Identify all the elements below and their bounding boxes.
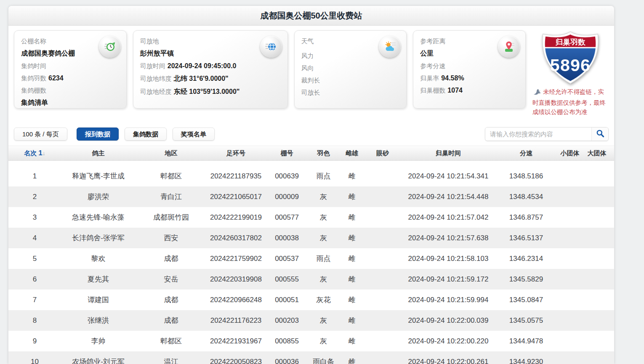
release-place-label: 司放地 bbox=[140, 37, 281, 45]
search-icon bbox=[596, 129, 604, 139]
cell-owner: 释迦飞鹰-李世成 bbox=[61, 171, 136, 181]
cell-rank: 7 bbox=[8, 296, 61, 304]
collect-list-link[interactable]: 集鸽清单 bbox=[21, 98, 120, 107]
cell-return-time: 2024-09-24 10:21:57.042 bbox=[400, 213, 497, 222]
cell-feather-color: 灰 bbox=[309, 233, 338, 243]
collect-count-value: 6234 bbox=[48, 74, 64, 82]
globe-icon bbox=[260, 36, 282, 58]
page-title: 成都国奥公棚50公里收费站 bbox=[8, 6, 614, 26]
cell-region: 郫都区 bbox=[136, 171, 207, 181]
cell-rank: 8 bbox=[8, 316, 61, 325]
cell-region: 安岳 bbox=[136, 274, 207, 284]
cell-loft-number: 000537 bbox=[265, 255, 309, 263]
wind-dir-label: 风向 bbox=[301, 64, 400, 72]
cell-return-time: 2024-09-24 10:21:59.172 bbox=[400, 275, 497, 284]
cell-rank: 6 bbox=[8, 275, 61, 284]
table-row: 8张继洪成都2024221176223000203灰雌2024-09-24 10… bbox=[8, 310, 614, 331]
collect-count-line: 集鸽羽数6234 bbox=[21, 74, 120, 82]
cell-ring-number: 2024220966248 bbox=[207, 296, 265, 304]
table-row: 1释迦飞鹰-李世成郫都区2024221187935000639雨点雌2024-0… bbox=[8, 166, 614, 186]
cell-ring-number: 2024221065017 bbox=[207, 193, 265, 201]
cell-region: 成都 bbox=[136, 254, 207, 263]
cell-loft-number: 000009 bbox=[265, 193, 309, 201]
cell-feather-color: 灰 bbox=[309, 274, 338, 284]
cell-rank: 3 bbox=[8, 213, 61, 222]
search-input[interactable] bbox=[485, 128, 591, 141]
return-lofts-line: 归巢棚数1074 bbox=[420, 87, 519, 95]
cell-loft-number: 000038 bbox=[265, 234, 309, 242]
cell-speed: 1344.9230 bbox=[497, 358, 556, 364]
release-lat-value: 北纬 31°6'9.0000" bbox=[174, 75, 229, 82]
cell-speed: 1345.0847 bbox=[497, 296, 556, 304]
cell-region: 成都 bbox=[136, 316, 207, 325]
release-lng-value: 东经 103°59'13.0000" bbox=[174, 88, 240, 95]
cell-loft-number: 000855 bbox=[265, 337, 309, 345]
column-header-big-team: 大团体 bbox=[584, 149, 609, 157]
column-header-feather-color: 羽色 bbox=[309, 149, 338, 157]
return-rate-value: 94.58% bbox=[441, 74, 464, 82]
cell-rank: 5 bbox=[8, 255, 61, 263]
cell-sex: 雌 bbox=[338, 254, 365, 263]
cell-region: 温江 bbox=[136, 357, 207, 364]
cell-ring-number: 2024220050823 bbox=[207, 358, 265, 364]
search-button[interactable] bbox=[591, 128, 608, 141]
collect-time-label: 集鸽时间 bbox=[21, 62, 120, 70]
cell-feather-color: 雨白条 bbox=[309, 357, 338, 364]
column-header-eye: 眼砂 bbox=[365, 149, 400, 157]
release-lat-line: 司放地纬度北纬 31°6'9.0000" bbox=[140, 74, 281, 83]
release-place-value: 彭州敖平镇 bbox=[140, 49, 281, 58]
page-size-button[interactable]: 100 条 / 每页 bbox=[14, 128, 67, 141]
column-header-region: 地区 bbox=[136, 149, 207, 157]
tab-report-data[interactable]: 报到数据 bbox=[77, 128, 119, 141]
column-header-owner: 鸽主 bbox=[61, 149, 136, 157]
cell-loft-number: 000203 bbox=[265, 316, 309, 325]
weather-icon bbox=[379, 36, 401, 58]
table-row: 4长沣鸽舍-张学军西安2024260317802000038灰雌2024-09-… bbox=[8, 228, 614, 248]
return-count-badge-area: 归巢羽数 5896 未经允许不得盗链，实时直播数据仅供参考，最终成绩以公棚公布为… bbox=[532, 30, 609, 117]
cell-speed: 1344.9478 bbox=[497, 337, 556, 345]
disclaimer-text: 未经允许不得盗链，实时直播数据仅供参考，最终成绩以公棚公布为准 bbox=[532, 88, 608, 117]
cell-ring-number: 2024221759902 bbox=[207, 255, 265, 263]
cell-rank: 1 bbox=[8, 172, 61, 181]
return-rate-line: 归巢率94.58% bbox=[420, 74, 519, 82]
cell-rank: 9 bbox=[8, 337, 61, 345]
cell-region: 郫都区 bbox=[136, 336, 207, 346]
release-card: 司放地 彭州敖平镇 司放时间2024-09-24 09:45:00.0 司放地纬… bbox=[133, 30, 288, 109]
cell-rank: 4 bbox=[8, 234, 61, 242]
cell-feather-color: 雨点 bbox=[309, 254, 338, 263]
weather-card: 天气 风力 风向 裁判长 司放长 bbox=[294, 30, 407, 109]
toolbar: 100 条 / 每页 报到数据 集鸽数据 奖项名单 bbox=[14, 127, 609, 141]
cell-region: 青白江 bbox=[136, 192, 207, 202]
cell-return-time: 2024-09-24 10:21:54.341 bbox=[400, 172, 497, 181]
cell-sex: 雌 bbox=[338, 171, 365, 181]
cell-owner: 张继洪 bbox=[61, 316, 136, 325]
cell-feather-color: 灰花 bbox=[309, 295, 338, 305]
cell-speed: 1346.5137 bbox=[497, 234, 556, 242]
cell-sex: 雌 bbox=[338, 336, 365, 346]
map-pin-icon bbox=[498, 36, 520, 58]
cell-feather-color: 灰 bbox=[309, 316, 338, 325]
ref-speed-label: 参考分速 bbox=[420, 62, 519, 70]
column-header-speed: 分速 bbox=[497, 149, 556, 157]
column-header-return-time: 归巢时间 bbox=[400, 149, 497, 157]
cell-feather-color: 灰 bbox=[309, 213, 338, 222]
tab-collect-data[interactable]: 集鸽数据 bbox=[125, 128, 167, 141]
cell-sex: 雌 bbox=[338, 213, 365, 222]
sort-indicator[interactable]: 1 bbox=[38, 149, 42, 157]
cell-return-time: 2024-09-24 10:22:00.220 bbox=[400, 337, 497, 345]
cell-feather-color: 灰 bbox=[309, 192, 338, 202]
table-header: 名次1↓鸽主地区足环号棚号羽色雌雄眼砂归巢时间分速小团体大团体 bbox=[8, 146, 614, 161]
cell-owner: 农场鸽业-刘元军 bbox=[61, 357, 136, 364]
cell-sex: 雌 bbox=[338, 233, 365, 243]
sort-arrow-icon: ↓ bbox=[43, 150, 45, 157]
cell-ring-number: 2024221187935 bbox=[207, 172, 265, 181]
table-row: 5黎欢成都2024221759902000537雨点雌2024-09-24 10… bbox=[8, 248, 614, 269]
loft-card: 公棚名称 成都国奥赛鸽公棚 集鸽时间 集鸽羽数6234 集鸽棚数 集鸽清单 bbox=[14, 30, 127, 109]
cell-speed: 1345.0575 bbox=[497, 316, 556, 325]
column-header-rank[interactable]: 名次1↓ bbox=[8, 149, 61, 157]
cell-speed: 1345.5829 bbox=[497, 275, 556, 284]
column-header-ring-number: 足环号 bbox=[207, 149, 265, 157]
column-header-sex: 雌雄 bbox=[338, 149, 365, 157]
cell-region: 成都 bbox=[136, 295, 207, 305]
tab-prize-list[interactable]: 奖项名单 bbox=[173, 128, 215, 141]
